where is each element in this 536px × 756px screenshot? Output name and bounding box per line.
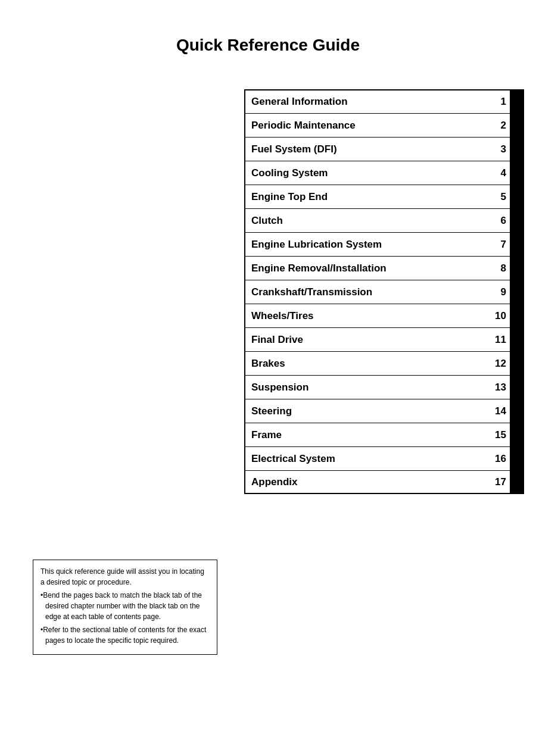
toc-number: 17 [491, 471, 510, 493]
toc-number: 3 [491, 138, 510, 161]
toc-number: 6 [491, 209, 510, 232]
toc-black-tab [510, 304, 523, 327]
toc-item: Brakes12 [244, 351, 524, 375]
toc-black-tab [510, 352, 523, 375]
toc-black-tab [510, 161, 523, 185]
toc-item: Fuel System (DFI)3 [244, 137, 524, 161]
toc-black-tab [510, 471, 523, 493]
toc-label: Fuel System (DFI) [245, 138, 491, 161]
toc-black-tab [510, 114, 523, 137]
toc-number: 5 [491, 185, 510, 208]
toc-label: Electrical System [245, 447, 491, 470]
toc-item: Frame15 [244, 423, 524, 446]
toc-label: Clutch [245, 209, 491, 232]
info-bullet2: •Refer to the sectional table of content… [40, 624, 210, 646]
toc-black-tab [510, 233, 523, 256]
toc-number: 9 [491, 280, 510, 304]
toc-label: Wheels/Tires [245, 304, 491, 327]
toc-item: Engine Removal/Installation8 [244, 256, 524, 280]
toc-number: 12 [491, 352, 510, 375]
toc-item: Periodic Maintenance2 [244, 113, 524, 137]
toc-label: Engine Top End [245, 185, 491, 208]
toc-black-tab [510, 257, 523, 280]
toc-black-tab [510, 447, 523, 470]
toc-label: Cooling System [245, 161, 491, 185]
toc-item: Engine Lubrication System7 [244, 232, 524, 256]
toc-label: General Information [245, 90, 491, 113]
toc-item: Appendix17 [244, 470, 524, 494]
toc-label: Crankshaft/Transmission [245, 280, 491, 304]
toc-item: Crankshaft/Transmission9 [244, 280, 524, 304]
toc-number: 15 [491, 423, 510, 446]
toc-label: Periodic Maintenance [245, 114, 491, 137]
toc-number: 7 [491, 233, 510, 256]
toc-item: Suspension13 [244, 375, 524, 399]
toc-label: Final Drive [245, 328, 491, 351]
toc-item: Wheels/Tires10 [244, 304, 524, 327]
toc-item: Cooling System4 [244, 161, 524, 185]
toc-label: Steering [245, 399, 491, 423]
toc-number: 1 [491, 90, 510, 113]
table-of-contents: General Information1Periodic Maintenance… [244, 89, 524, 494]
toc-black-tab [510, 280, 523, 304]
toc-label: Brakes [245, 352, 491, 375]
toc-black-tab [510, 328, 523, 351]
toc-black-tab [510, 90, 523, 113]
toc-black-tab [510, 423, 523, 446]
toc-item: General Information1 [244, 89, 524, 113]
info-intro: This quick reference guide will assist y… [40, 566, 210, 588]
info-bullet1: •Bend the pages back to match the black … [40, 590, 210, 622]
toc-number: 2 [491, 114, 510, 137]
toc-number: 10 [491, 304, 510, 327]
toc-label: Suspension [245, 376, 491, 399]
toc-number: 13 [491, 376, 510, 399]
page-title: Quick Reference Guide [0, 0, 536, 79]
toc-black-tab [510, 209, 523, 232]
toc-item: Steering14 [244, 399, 524, 423]
toc-black-tab [510, 399, 523, 423]
toc-label: Engine Removal/Installation [245, 257, 491, 280]
toc-number: 16 [491, 447, 510, 470]
toc-item: Clutch6 [244, 208, 524, 232]
toc-number: 14 [491, 399, 510, 423]
toc-number: 8 [491, 257, 510, 280]
toc-number: 4 [491, 161, 510, 185]
toc-item: Electrical System16 [244, 446, 524, 470]
toc-number: 11 [491, 328, 510, 351]
toc-black-tab [510, 376, 523, 399]
toc-black-tab [510, 185, 523, 208]
toc-label: Frame [245, 423, 491, 446]
toc-item: Engine Top End5 [244, 185, 524, 208]
toc-item: Final Drive11 [244, 327, 524, 351]
toc-black-tab [510, 138, 523, 161]
info-box: This quick reference guide will assist y… [33, 560, 217, 655]
toc-label: Appendix [245, 471, 491, 493]
toc-label: Engine Lubrication System [245, 233, 491, 256]
